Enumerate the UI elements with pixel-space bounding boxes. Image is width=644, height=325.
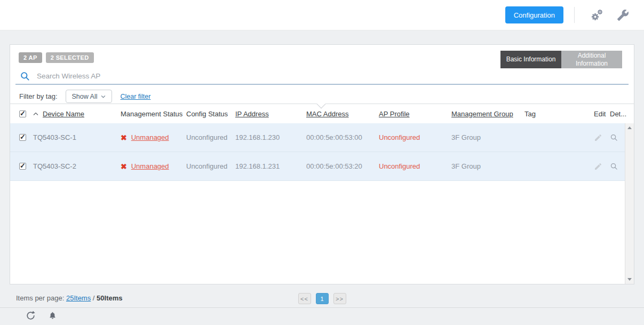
search-row (20, 69, 516, 83)
cell-ap-profile: Unconfigured (379, 162, 451, 170)
header-device-name[interactable]: Device Name (43, 110, 84, 118)
search-input[interactable] (36, 72, 251, 81)
edit-pencil-icon[interactable] (594, 162, 610, 171)
clear-filter-link[interactable]: Clear filter (120, 93, 150, 100)
pager-prev-button[interactable]: << (298, 293, 311, 304)
sort-ascending-icon (33, 112, 38, 116)
header-management-status: Management Status (121, 110, 186, 118)
cell-device-name: TQ5403-SC-2 (33, 162, 121, 170)
unmanaged-x-icon: ✖ (121, 134, 127, 141)
scroll-up-arrow[interactable] (627, 126, 632, 129)
cell-config-status: Unconfigured (186, 162, 235, 170)
wrench-icon[interactable] (617, 9, 629, 21)
pager-page-1-button[interactable]: 1 (316, 293, 329, 304)
tab-additional-information[interactable]: Additional Information (561, 51, 622, 68)
header-mac-address[interactable]: MAC Address (306, 110, 379, 118)
selected-count-badge: 2 SELECTED (46, 52, 94, 63)
configuration-button[interactable]: Configuration (505, 6, 563, 23)
cell-mac-address: 00:00:5e:00:53:20 (306, 162, 379, 170)
topbar-divider (574, 7, 575, 23)
filter-by-tag-label: Filter by tag: (19, 92, 58, 100)
scroll-down-arrow[interactable] (627, 278, 632, 281)
header-tag: Tag (524, 110, 594, 118)
wireless-ap-panel: 2 AP 2 SELECTED Basic Information Additi… (10, 44, 634, 284)
pager: << 1 >> (0, 293, 644, 304)
cell-management-status[interactable]: Unmanaged (131, 133, 169, 141)
tab-basic-information[interactable]: Basic Information (500, 51, 561, 68)
footer-divider (0, 307, 644, 308)
unmanaged-x-icon: ✖ (121, 163, 127, 170)
pager-next-button[interactable]: >> (333, 293, 346, 304)
cell-ap-profile: Unconfigured (379, 133, 451, 141)
filter-row: Filter by tag: Show All Clear filter (19, 90, 150, 103)
cell-ip-address: 192.168.1.230 (235, 133, 306, 141)
table-row[interactable]: TQ5403-SC-1 ✖ Unmanaged Unconfigured 192… (10, 123, 634, 152)
row-checkbox[interactable] (19, 134, 26, 141)
count-badges: 2 AP 2 SELECTED (19, 52, 94, 63)
notification-bell-icon[interactable] (48, 311, 57, 321)
top-bar: Configuration (0, 0, 644, 30)
table-body: TQ5403-SC-1 ✖ Unmanaged Unconfigured 192… (10, 123, 634, 284)
header-ap-profile[interactable]: AP Profile (379, 110, 451, 118)
header-config-status: Config Status (186, 110, 235, 118)
edit-pencil-icon[interactable] (594, 133, 610, 142)
select-all-checkbox[interactable] (19, 110, 26, 117)
chevron-down-icon (101, 95, 106, 98)
cell-management-group: 3F Group (451, 162, 524, 170)
info-tabs: Basic Information Additional Information (500, 51, 622, 68)
header-management-group[interactable]: Management Group (451, 110, 524, 118)
search-icon (20, 71, 30, 81)
cell-ip-address: 192.168.1.231 (235, 162, 306, 170)
row-checkbox[interactable] (19, 163, 26, 170)
ap-count-badge: 2 AP (19, 52, 42, 63)
cell-config-status: Unconfigured (186, 133, 235, 141)
table-row[interactable]: TQ5403-SC-2 ✖ Unmanaged Unconfigured 192… (10, 152, 634, 181)
cell-management-status[interactable]: Unmanaged (131, 162, 169, 170)
settings-gears-icon[interactable] (590, 8, 604, 22)
header-ip-address[interactable]: IP Address (235, 110, 306, 118)
header-edit: Edit (594, 110, 610, 118)
refresh-icon[interactable] (26, 311, 36, 321)
search-underline (15, 84, 629, 85)
vertical-scrollbar[interactable] (625, 123, 634, 284)
footer-icons (26, 311, 57, 321)
tag-filter-value: Show All (72, 93, 98, 100)
cell-management-group: 3F Group (451, 133, 524, 141)
tag-filter-dropdown[interactable]: Show All (66, 90, 113, 103)
cell-mac-address: 00:00:5e:00:53:00 (306, 133, 379, 141)
header-details: Det... (610, 110, 628, 118)
cell-device-name: TQ5403-SC-1 (33, 133, 121, 141)
